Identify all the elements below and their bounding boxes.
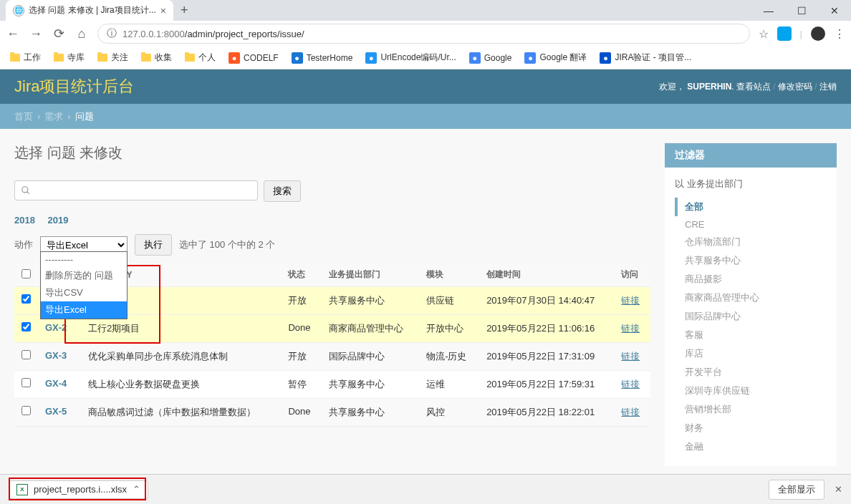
bookmark-item[interactable]: 关注 xyxy=(97,52,128,64)
select-all-header[interactable] xyxy=(14,263,38,287)
select-all-checkbox[interactable] xyxy=(21,269,31,278)
forward-button[interactable]: → xyxy=(29,26,43,42)
action-option-separator[interactable]: --------- xyxy=(41,252,127,267)
bookmark-item[interactable]: ●CODELF xyxy=(229,52,279,64)
folder-icon xyxy=(141,54,151,62)
search-button[interactable]: 搜索 xyxy=(264,180,301,202)
page-title: 选择 问题 来修改 xyxy=(14,143,650,163)
row-checkbox[interactable] xyxy=(21,294,31,304)
reload-button[interactable]: ⟳ xyxy=(52,26,66,42)
extension-icon[interactable] xyxy=(777,26,792,41)
bookmark-item[interactable]: 收集 xyxy=(141,52,172,64)
column-header[interactable]: 访问 xyxy=(614,263,650,287)
new-tab-button[interactable]: + xyxy=(181,3,188,18)
search-input[interactable] xyxy=(35,185,251,196)
logout-link[interactable]: 注销 xyxy=(819,82,837,92)
page-content: Jira项目统计后台 欢迎， SUPERHIN. 查看站点 / 修改密码 / 注… xyxy=(0,69,851,492)
download-shelf-close[interactable]: ✕ xyxy=(835,484,842,492)
created-cell: 2019年05月22日 17:59:31 xyxy=(479,371,614,399)
search-box xyxy=(14,180,258,200)
site-brand[interactable]: Jira项目统计后台 xyxy=(14,76,134,97)
column-header[interactable]: 状态 xyxy=(281,263,321,287)
filter-item[interactable]: 营销增长部 xyxy=(675,400,827,419)
tab-title: 选择 问题 来修改 | Jira项目统计... xyxy=(29,4,156,16)
bookmark-item[interactable]: ●Google xyxy=(469,52,512,64)
bookmark-item[interactable]: ●Google 翻译 xyxy=(524,52,587,64)
status-cell: Done xyxy=(281,315,321,343)
issue-key-link[interactable]: GX-4 xyxy=(45,378,67,389)
column-header[interactable]: 创建时间 xyxy=(479,263,614,287)
visit-link[interactable]: 链接 xyxy=(621,351,640,362)
filter-item[interactable]: 客服 xyxy=(675,326,827,344)
year-2018-link[interactable]: 2018 xyxy=(14,215,35,226)
minimize-button[interactable]: — xyxy=(752,0,785,21)
visit-link[interactable]: 链接 xyxy=(621,407,640,417)
visit-link[interactable]: 链接 xyxy=(621,379,640,389)
row-checkbox[interactable] xyxy=(21,406,31,415)
breadcrumb: 首页 › 需求 › 问题 xyxy=(0,104,851,129)
filter-item[interactable]: 深圳寺库供应链 xyxy=(675,382,827,400)
search-icon xyxy=(21,185,31,195)
row-checkbox[interactable] xyxy=(21,322,31,331)
filter-item[interactable]: 开发平台 xyxy=(675,363,827,382)
breadcrumb-app[interactable]: 需求 xyxy=(44,110,63,123)
filter-item[interactable]: 金融 xyxy=(675,437,827,456)
filter-item[interactable]: 商家商品管理中心 xyxy=(675,289,827,307)
year-2019-link[interactable]: 2019 xyxy=(48,215,69,226)
bookmark-star-icon[interactable]: ☆ xyxy=(759,27,769,41)
filter-item[interactable]: 国际品牌中心 xyxy=(675,307,827,326)
browser-tab[interactable]: 🌐 选择 问题 来修改 | Jira项目统计... × xyxy=(6,0,173,21)
action-option-delete[interactable]: 删除所选的 问题 xyxy=(41,267,127,284)
created-cell: 2019年05月22日 18:22:01 xyxy=(479,399,614,427)
issue-key-link[interactable]: GX-2 xyxy=(45,322,67,333)
bookmark-item[interactable]: ●TesterHome xyxy=(292,52,353,64)
breadcrumb-home[interactable]: 首页 xyxy=(14,110,33,123)
issue-key-link[interactable]: GX-3 xyxy=(45,350,67,361)
site-info-icon[interactable]: ⓘ xyxy=(107,27,117,40)
url-text: 127.0.0.1:8000/admin/project_reports/iss… xyxy=(122,29,304,39)
filter-item[interactable]: 共享服务中心 xyxy=(675,251,827,270)
address-bar[interactable]: ⓘ 127.0.0.1:8000/admin/project_reports/i… xyxy=(97,24,750,44)
download-item[interactable]: X project_reports.i....xlsx ⌃ xyxy=(9,480,148,493)
summary-cell: 线上核心业务数据硬盘更换 xyxy=(81,371,281,399)
action-option-csv[interactable]: 导出CSV xyxy=(41,284,127,301)
menu-button[interactable]: ⋮ xyxy=(834,27,845,41)
column-header[interactable]: 业务提出部门 xyxy=(322,263,419,287)
issue-key-link[interactable]: GX-5 xyxy=(45,406,67,417)
view-site-link[interactable]: 查看站点 xyxy=(736,82,771,92)
close-button[interactable]: ✕ xyxy=(818,0,851,21)
back-button[interactable]: ← xyxy=(6,26,20,42)
action-row: 动作 导出Excel 执行 选中了 100 个中的 2 个 --------- … xyxy=(14,234,650,256)
home-button[interactable]: ⌂ xyxy=(74,26,89,42)
bookmark-item[interactable]: 寺库 xyxy=(54,52,85,64)
row-checkbox[interactable] xyxy=(21,378,31,387)
filter-item[interactable]: CRE xyxy=(675,216,827,233)
change-password-link[interactable]: 修改密码 xyxy=(778,82,812,92)
visit-link[interactable]: 链接 xyxy=(621,295,640,306)
filter-item[interactable]: 库店 xyxy=(675,344,827,363)
bookmark-item[interactable]: ●JIRA验证 - 项目管... xyxy=(600,52,691,64)
bookmark-item[interactable]: ●UrlEncode编码/Ur... xyxy=(365,52,456,64)
download-chevron-icon[interactable]: ⌃ xyxy=(133,484,140,492)
breadcrumb-current: 问题 xyxy=(75,110,94,123)
profile-avatar[interactable] xyxy=(811,26,825,41)
dept-cell: 国际品牌中心 xyxy=(322,343,419,371)
search-row: 搜索 xyxy=(14,180,650,202)
separator: | xyxy=(800,29,802,39)
go-button[interactable]: 执行 xyxy=(135,234,172,256)
username: SUPERHIN xyxy=(687,82,731,92)
bookmark-item[interactable]: 工作 xyxy=(10,52,41,64)
filter-item[interactable]: 财务 xyxy=(675,419,827,437)
row-checkbox[interactable] xyxy=(21,350,31,359)
bookmark-item[interactable]: 个人 xyxy=(185,52,216,64)
table-row: GX-5商品敏感词过滤（库中数据和增量数据）Done共享服务中心风控2019年0… xyxy=(14,399,650,427)
filter-item[interactable]: 商品摄影 xyxy=(675,270,827,289)
action-option-excel[interactable]: 导出Excel xyxy=(41,301,127,319)
maximize-button[interactable]: ☐ xyxy=(785,0,818,21)
show-all-downloads[interactable]: 全部显示 xyxy=(769,480,824,493)
filter-item[interactable]: 全部 xyxy=(675,198,827,216)
filter-item[interactable]: 仓库物流部门 xyxy=(675,233,827,251)
column-header[interactable]: 模块 xyxy=(419,263,479,287)
visit-link[interactable]: 链接 xyxy=(621,323,640,334)
tab-close-icon[interactable]: × xyxy=(160,5,166,16)
